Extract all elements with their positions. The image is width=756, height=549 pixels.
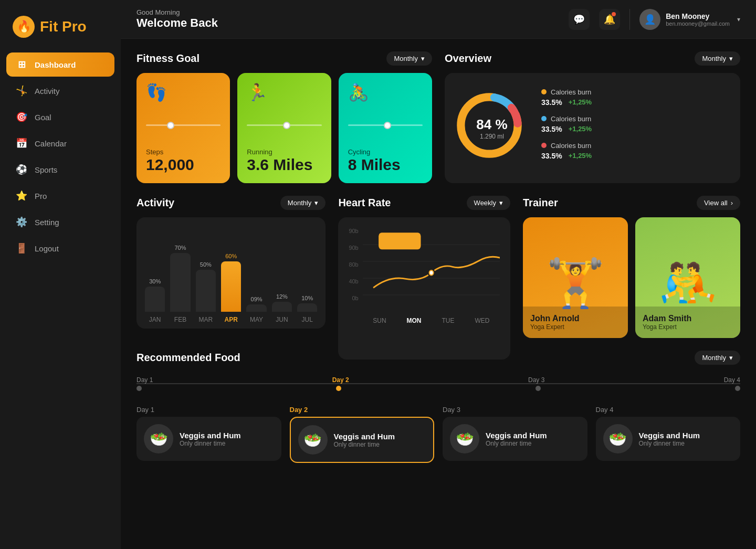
- sidebar-item-sports[interactable]: ⚽ Sports: [6, 157, 114, 182]
- cycling-slider[interactable]: [348, 124, 423, 126]
- trainer-info-1: John Arnold Yoga Expert: [523, 307, 628, 338]
- setting-icon: ⚙️: [16, 216, 27, 228]
- goal-card-steps: 👣 Steps 12,000: [136, 73, 230, 183]
- food-card-1[interactable]: 🥗 Veggis and Hum Only dinner time: [136, 417, 281, 461]
- food-name-3: Veggis and Hum: [486, 431, 547, 440]
- food-dropdown[interactable]: Monthly ▾: [695, 351, 740, 365]
- overview-section: Overview Monthly ▾: [445, 51, 740, 183]
- legend-item-1: Calories burn 33.5% +1,25%: [541, 88, 730, 107]
- trainer-name-2: Adam Smith: [643, 314, 733, 323]
- sidebar-item-setting[interactable]: ⚙️ Setting: [6, 210, 114, 234]
- steps-slider-line: [146, 124, 220, 126]
- food-col-3: Day 3 🥗 Veggis and Hum Only dinner time: [443, 406, 587, 463]
- dot-4: [735, 386, 740, 391]
- hr-y-40b: 40b: [349, 278, 358, 284]
- food-img-4: 🥗: [603, 424, 633, 453]
- overview-title: Overview: [445, 52, 491, 65]
- timeline-label-1: Day 1: [136, 376, 153, 384]
- sidebar-item-dashboard[interactable]: ⊞ Dashboard: [6, 52, 114, 77]
- legend-dot-1: [541, 89, 547, 94]
- hr-day-mon: MON: [407, 317, 422, 324]
- running-slider[interactable]: [247, 124, 321, 126]
- trainer-role-2: Yoga Expert: [643, 323, 733, 331]
- notifications-button[interactable]: 🔔: [599, 9, 620, 30]
- header: Good Morning Welcome Back 💬 🔔 👤 Ben Moon…: [121, 0, 756, 39]
- dot-1: [136, 386, 142, 391]
- user-profile[interactable]: 👤 Ben Mooney ben.mooney@gmail.com ▾: [639, 9, 740, 30]
- calendar-icon: 📅: [16, 138, 27, 149]
- sports-icon: ⚽: [16, 164, 27, 175]
- activity-dropdown[interactable]: Monthly ▾: [280, 196, 326, 210]
- bar-pct-jun: 12%: [276, 293, 288, 300]
- legend-dot-3: [541, 143, 547, 148]
- avatar-icon: 👤: [644, 14, 656, 25]
- bar-label-jun: JUN: [272, 316, 292, 323]
- food-card-3[interactable]: 🥗 Veggis and Hum Only dinner time: [443, 417, 587, 461]
- steps-value: 12,000: [146, 156, 220, 174]
- food-card-4[interactable]: 🥗 Veggis and Hum Only dinner time: [596, 417, 741, 461]
- logo-area: 🔥 Fit Pro: [0, 10, 121, 52]
- fitness-goal-dropdown[interactable]: Monthly ▾: [386, 51, 432, 66]
- bar-rect-jul: [297, 303, 317, 312]
- hr-day-tue: TUE: [442, 317, 455, 324]
- row-2: Activity Monthly ▾ 30%: [136, 196, 740, 338]
- sidebar-item-goal[interactable]: 🎯 Goal: [6, 105, 114, 129]
- bar-jan: 30%: [145, 228, 165, 312]
- donut-sub: 1.290 ml: [476, 133, 507, 140]
- steps-slider[interactable]: [146, 124, 220, 126]
- trainer-card-2[interactable]: 🤼 Adam Smith Yoga Expert: [635, 217, 740, 338]
- bar-label-feb: FEB: [170, 316, 190, 323]
- running-bottom: Running 3.6 Miles: [247, 148, 321, 174]
- legend-pct-1: 33.5%: [541, 98, 562, 107]
- sidebar-label-dashboard: Dashboard: [35, 60, 76, 69]
- goal-card-running: 🏃 Running 3.6 Miles: [237, 73, 331, 183]
- sidebar-label-logout: Logout: [35, 244, 59, 253]
- sidebar-item-pro[interactable]: ⭐ Pro: [6, 184, 114, 208]
- food-time-3: Only dinner time: [486, 440, 547, 447]
- trainer-viewall[interactable]: View all ›: [697, 196, 740, 210]
- bar-pct-jul: 10%: [301, 295, 313, 301]
- trainer-figure-1: 🏋️: [546, 259, 605, 307]
- trainer-card-1[interactable]: 🏋️ John Arnold Yoga Expert: [523, 217, 628, 338]
- trainer-cards: 🏋️ John Arnold Yoga Expert 🤼 Adam Smith …: [523, 217, 740, 338]
- trainer-header: Trainer View all ›: [523, 196, 740, 210]
- header-right: 💬 🔔 👤 Ben Mooney ben.mooney@gmail.com ▾: [569, 9, 740, 30]
- activity-dropdown-label: Monthly: [288, 199, 312, 207]
- bar-pct-feb: 70%: [175, 245, 186, 251]
- food-img-1: 🥗: [144, 424, 173, 453]
- legend-dot-2: [541, 116, 547, 121]
- trainer-section: Trainer View all › 🏋️ John Arnold Yoga E…: [523, 196, 740, 338]
- heartrate-dropdown[interactable]: Weekly ▾: [467, 196, 510, 210]
- sidebar-label-calendar: Calendar: [35, 139, 67, 148]
- fitness-goal-dropdown-label: Monthly: [394, 55, 418, 62]
- sidebar-item-logout[interactable]: 🚪 Logout: [6, 236, 114, 260]
- cycling-slider-line: [348, 124, 423, 126]
- fitness-goal-title: Fitness Goal: [136, 52, 200, 65]
- sidebar-nav: ⊞ Dashboard 🤸 Activity 🎯 Goal 📅 Calendar…: [0, 52, 121, 260]
- overview-dropdown[interactable]: Monthly ▾: [695, 51, 740, 66]
- header-divider: [629, 9, 630, 30]
- running-icon: 🏃: [247, 82, 321, 102]
- heartrate-card: 90b 90b 80b 40b 0b: [338, 217, 510, 360]
- heartrate-dropdown-label: Weekly: [474, 199, 496, 207]
- overview-dropdown-label: Monthly: [702, 55, 726, 62]
- sidebar-item-activity[interactable]: 🤸 Activity: [6, 79, 114, 103]
- food-day-header-1: Day 1: [136, 406, 281, 414]
- chevron-down-icon: ▾: [729, 354, 733, 362]
- fitness-goal-section: Fitness Goal Monthly ▾ 👣: [136, 51, 432, 183]
- running-slider-line: [247, 124, 321, 126]
- activity-icon: 🤸: [16, 85, 27, 97]
- food-day-header-3: Day 3: [443, 406, 587, 414]
- sidebar-item-calendar[interactable]: 📅 Calendar: [6, 131, 114, 155]
- header-greeting-area: Good Morning Welcome Back: [136, 8, 218, 30]
- food-name-4: Veggis and Hum: [639, 431, 700, 440]
- bar-label-may: MAY: [246, 316, 266, 323]
- food-card-2[interactable]: 🥗 Veggis and Hum Only dinner time: [290, 417, 435, 463]
- food-title: Recommended Food: [136, 352, 240, 364]
- bar-label-jul: JUL: [297, 316, 317, 323]
- svg-rect-8: [379, 233, 421, 249]
- bar-rect-jan: [145, 287, 165, 312]
- trainer-role-1: Yoga Expert: [530, 323, 621, 331]
- messages-button[interactable]: 💬: [569, 9, 590, 30]
- running-label: Running: [247, 148, 321, 156]
